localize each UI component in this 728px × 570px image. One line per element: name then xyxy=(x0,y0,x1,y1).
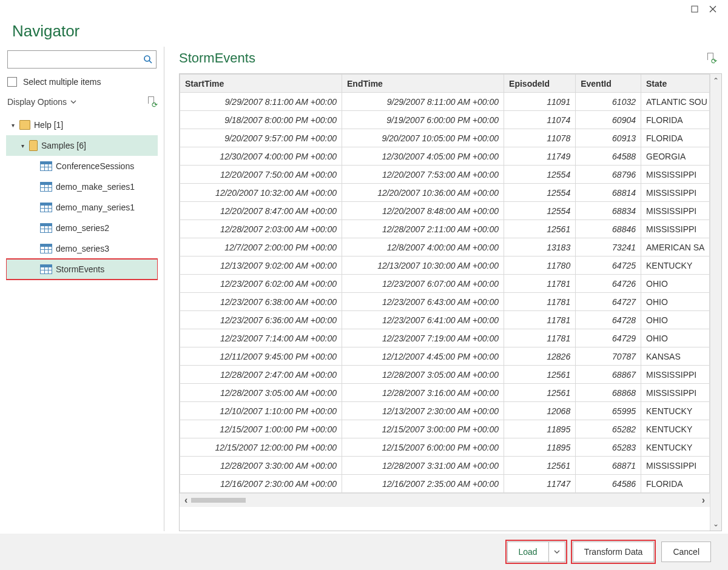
display-options-dropdown[interactable]: Display Options xyxy=(7,97,76,107)
column-header[interactable]: EndTime xyxy=(342,75,504,93)
table-cell: 11749 xyxy=(504,147,576,166)
table-cell: MISSISSIPPI xyxy=(641,220,710,238)
table-row[interactable]: 12/15/2007 12:00:00 PM +00:0012/15/2007 … xyxy=(180,438,710,457)
cancel-button[interactable]: Cancel xyxy=(661,542,711,562)
table-cell: KENTUCKY xyxy=(641,438,710,457)
table-row[interactable]: 12/28/2007 2:03:00 AM +00:0012/28/2007 2… xyxy=(180,220,710,238)
column-header[interactable]: EventId xyxy=(576,75,641,93)
table-cell: FLORIDA xyxy=(641,129,710,147)
scroll-down-icon[interactable]: ⌄ xyxy=(713,520,719,528)
table-cell: 11781 xyxy=(504,293,576,311)
table-cell: 12/23/2007 6:02:00 AM +00:00 xyxy=(180,275,342,293)
table-cell: 9/19/2007 6:00:00 PM +00:00 xyxy=(342,111,504,129)
tree-db-samples[interactable]: ▾ Samples [6] xyxy=(6,135,158,156)
table-row[interactable]: 12/7/2007 2:00:00 PM +00:0012/8/2007 4:0… xyxy=(180,238,710,256)
table-cell: 64586 xyxy=(576,475,641,493)
scroll-right-icon[interactable]: › xyxy=(702,495,705,506)
table-cell: OHIO xyxy=(641,275,710,293)
table-row[interactable]: 12/23/2007 6:36:00 AM +00:0012/23/2007 6… xyxy=(180,311,710,329)
refresh-tree-icon[interactable] xyxy=(147,96,157,107)
caret-down-icon: ▾ xyxy=(10,122,16,129)
tree-table-conferencesessions[interactable]: ConferenceSessions xyxy=(6,156,158,176)
table-cell: 9/29/2007 8:11:00 AM +00:00 xyxy=(180,93,342,111)
navigator-title: Navigator xyxy=(0,18,728,47)
table-row[interactable]: 9/29/2007 8:11:00 AM +00:009/29/2007 8:1… xyxy=(180,93,710,111)
table-cell: 64726 xyxy=(576,275,641,293)
table-cell: 64588 xyxy=(576,147,641,166)
table-row[interactable]: 12/13/2007 9:02:00 AM +00:0012/13/2007 1… xyxy=(180,256,710,275)
table-cell: 12/11/2007 9:45:00 PM +00:00 xyxy=(180,347,342,366)
table-row[interactable]: 12/28/2007 3:05:00 AM +00:0012/28/2007 3… xyxy=(180,384,710,402)
table-cell: AMERICAN SA xyxy=(641,238,710,256)
load-split-button[interactable]: Load xyxy=(507,542,565,562)
table-cell: 12/12/2007 4:45:00 PM +00:00 xyxy=(342,347,504,366)
table-icon xyxy=(40,223,52,233)
table-cell: 12/23/2007 6:41:00 AM +00:00 xyxy=(342,311,504,329)
table-cell: 12/16/2007 2:35:00 AM +00:00 xyxy=(342,475,504,493)
table-cell: 12/28/2007 3:05:00 AM +00:00 xyxy=(342,366,504,384)
column-header[interactable]: EpisodeId xyxy=(504,75,576,93)
table-cell: 11895 xyxy=(504,438,576,457)
table-row[interactable]: 12/11/2007 9:45:00 PM +00:0012/12/2007 4… xyxy=(180,347,710,366)
transform-data-button[interactable]: Transform Data xyxy=(573,542,655,562)
table-icon xyxy=(40,203,52,212)
refresh-preview-icon[interactable] xyxy=(706,53,716,64)
table-cell: KENTUCKY xyxy=(641,420,710,438)
table-row[interactable]: 12/30/2007 4:00:00 PM +00:0012/30/2007 4… xyxy=(180,147,710,166)
table-row[interactable]: 9/18/2007 8:00:00 PM +00:009/19/2007 6:0… xyxy=(180,111,710,129)
table-row[interactable]: 12/20/2007 7:50:00 AM +00:0012/20/2007 7… xyxy=(180,166,710,184)
table-cell: 12561 xyxy=(504,220,576,238)
table-row[interactable]: 12/23/2007 6:38:00 AM +00:0012/23/2007 6… xyxy=(180,293,710,311)
table-cell: 65282 xyxy=(576,420,641,438)
table-cell: 12068 xyxy=(504,402,576,420)
table-cell: 64727 xyxy=(576,293,641,311)
column-header[interactable]: State xyxy=(641,75,710,93)
vertical-scrollbar[interactable]: ⌃ ⌄ xyxy=(710,74,721,531)
tree-table-label: ConferenceSessions xyxy=(56,161,134,171)
table-cell: 11747 xyxy=(504,475,576,493)
table-row[interactable]: 12/20/2007 10:32:00 AM +00:0012/20/2007 … xyxy=(180,184,710,202)
table-cell: 13183 xyxy=(504,238,576,256)
table-row[interactable]: 12/23/2007 6:02:00 AM +00:0012/23/2007 6… xyxy=(180,275,710,293)
tree-root-help[interactable]: ▾ Help [1] xyxy=(6,115,158,135)
horizontal-scrollbar[interactable]: ‹ › xyxy=(180,493,710,507)
tree-table-demo_series3[interactable]: demo_series3 xyxy=(6,238,158,259)
table-cell: 11781 xyxy=(504,275,576,293)
tree-table-demo_series2[interactable]: demo_series2 xyxy=(6,218,158,238)
scroll-left-icon[interactable]: ‹ xyxy=(184,495,187,506)
table-cell: 68867 xyxy=(576,366,641,384)
table-row[interactable]: 12/28/2007 3:30:00 AM +00:0012/28/2007 3… xyxy=(180,457,710,475)
table-cell: 12/15/2007 6:00:00 PM +00:00 xyxy=(342,438,504,457)
search-input[interactable] xyxy=(7,50,157,69)
table-cell: 12561 xyxy=(504,457,576,475)
table-cell: 60904 xyxy=(576,111,641,129)
table-row[interactable]: 12/28/2007 2:47:00 AM +00:0012/28/2007 3… xyxy=(180,366,710,384)
load-dropdown-button[interactable] xyxy=(548,542,565,562)
table-row[interactable]: 12/15/2007 1:00:00 PM +00:0012/15/2007 3… xyxy=(180,420,710,438)
table-cell: 12/16/2007 2:30:00 AM +00:00 xyxy=(180,475,342,493)
table-cell: MISSISSIPPI xyxy=(641,202,710,220)
table-row[interactable]: 12/23/2007 7:14:00 AM +00:0012/23/2007 7… xyxy=(180,329,710,347)
table-cell: OHIO xyxy=(641,329,710,347)
table-row[interactable]: 12/10/2007 1:10:00 PM +00:0012/13/2007 2… xyxy=(180,402,710,420)
tree-table-demo_make_series1[interactable]: demo_make_series1 xyxy=(6,176,158,197)
preview-title: StormEvents xyxy=(179,50,255,66)
load-button[interactable]: Load xyxy=(507,542,548,562)
tree-table-demo_many_series1[interactable]: demo_many_series1 xyxy=(6,197,158,218)
table-cell: 70787 xyxy=(576,347,641,366)
table-row[interactable]: 9/20/2007 9:57:00 PM +00:009/20/2007 10:… xyxy=(180,129,710,147)
preview-table: StartTimeEndTimeEpisodeIdEventIdState 9/… xyxy=(180,74,710,493)
svg-line-4 xyxy=(149,61,152,63)
select-multiple-checkbox[interactable]: Select multiple items xyxy=(6,75,158,93)
close-button[interactable] xyxy=(704,0,722,18)
tree-table-stormevents[interactable]: StormEvents xyxy=(6,259,158,280)
maximize-button[interactable] xyxy=(686,0,704,18)
column-header[interactable]: StartTime xyxy=(180,75,342,93)
scroll-up-icon[interactable]: ⌃ xyxy=(713,76,719,85)
table-row[interactable]: 12/20/2007 8:47:00 AM +00:0012/20/2007 8… xyxy=(180,202,710,220)
table-icon xyxy=(40,244,52,253)
table-cell: 12561 xyxy=(504,366,576,384)
table-cell: 12/7/2007 2:00:00 PM +00:00 xyxy=(180,238,342,256)
search-icon[interactable] xyxy=(143,55,153,64)
table-row[interactable]: 12/16/2007 2:30:00 AM +00:0012/16/2007 2… xyxy=(180,475,710,493)
